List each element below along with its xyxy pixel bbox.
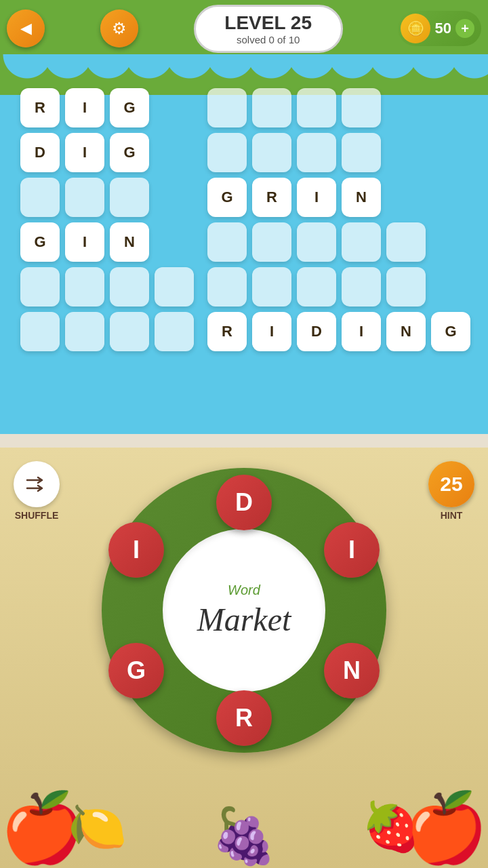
tile-ri1: I — [297, 178, 336, 217]
left-column: R I G D I G G I — [20, 88, 194, 351]
tile-i2: I — [65, 133, 104, 172]
tile-riding-n: N — [386, 312, 426, 351]
tile-re2 — [252, 88, 291, 127]
word-row-empty4b — [20, 312, 194, 351]
tile-riding-g: G — [431, 312, 470, 351]
word-row-empty4a — [20, 267, 194, 307]
word-row-riding: R I D I N G — [207, 312, 470, 351]
fruit-plum: 🍇 — [210, 804, 278, 868]
tile-re1 — [207, 88, 247, 127]
wheel-letter-g[interactable]: G — [108, 643, 164, 698]
tile-riding-i2: I — [342, 312, 381, 351]
tile-e6 — [110, 267, 149, 307]
wheel-word-large: Market — [197, 601, 291, 638]
tile-rn1: N — [342, 178, 381, 217]
fruit-strawberry: 🍓 — [361, 799, 420, 854]
word-row-empty5b — [207, 267, 470, 307]
wheel-letter-n[interactable]: N — [324, 643, 380, 698]
wheel-word-small: Word — [228, 583, 260, 598]
tile-e11 — [155, 312, 194, 351]
tile-re4 — [342, 88, 381, 127]
tile-e8 — [20, 312, 60, 351]
level-title: LEVEL 25 — [216, 12, 321, 34]
game-area: LEVEL 25 solved 0 of 10 🪙 50 + R I G D — [0, 0, 488, 434]
hint-button[interactable]: 25 HINT — [428, 461, 474, 521]
tile-re18 — [386, 267, 426, 307]
tile-re17 — [342, 267, 381, 307]
wheel-container: D I N R G I Word Market — [102, 468, 386, 753]
solved-text: solved 0 of 10 — [216, 34, 321, 45]
level-info: LEVEL 25 solved 0 of 10 — [194, 5, 343, 53]
wheel-letter-i-left[interactable]: I — [108, 522, 164, 578]
tile-e9 — [65, 312, 104, 351]
word-row-rig: R I G — [20, 88, 194, 127]
tile-e1 — [20, 178, 60, 217]
tile-e3 — [110, 178, 149, 217]
tile-n1: N — [110, 222, 149, 262]
fruit-lemon: 🍋 — [68, 799, 127, 854]
coins-display: 🪙 50 + — [398, 11, 481, 46]
tile-g3: G — [20, 222, 60, 262]
tile-riding-r: R — [207, 312, 247, 351]
tile-re10 — [252, 222, 291, 262]
coin-icon: 🪙 — [401, 14, 430, 43]
wheel-letter-i-right[interactable]: I — [324, 522, 380, 578]
shuffle-button[interactable]: SHUFFLE — [14, 461, 60, 521]
word-row-empty3 — [20, 178, 194, 217]
back-button[interactable] — [7, 9, 45, 47]
shuffle-label: SHUFFLE — [15, 510, 59, 521]
word-row-grin: G R I N — [207, 178, 470, 217]
tile-re16 — [297, 267, 336, 307]
bottom-area: SHUFFLE 25 HINT D I N R G I Word Market — [0, 448, 488, 868]
word-row-gin: G I N — [20, 222, 194, 262]
tile-re8 — [342, 133, 381, 172]
hint-count: 25 — [428, 461, 474, 507]
tile-i3: I — [65, 222, 104, 262]
tile-e2 — [65, 178, 104, 217]
tile-g2: G — [110, 133, 149, 172]
tile-re9 — [207, 222, 247, 262]
tile-re12 — [342, 222, 381, 262]
tile-re11 — [297, 222, 336, 262]
divider — [0, 434, 488, 448]
tile-riding-i: I — [252, 312, 291, 351]
tile-re5 — [207, 133, 247, 172]
word-row-empty4d — [207, 133, 470, 172]
right-column: G R I N — [207, 88, 470, 351]
word-row-dig: D I G — [20, 133, 194, 172]
wheel-inner: Word Market — [163, 529, 325, 692]
tile-e5 — [65, 267, 104, 307]
tile-re14 — [207, 267, 247, 307]
word-row-empty4c — [207, 88, 470, 127]
settings-button[interactable] — [100, 9, 138, 47]
add-coins-button[interactable]: + — [455, 19, 474, 38]
word-row-empty5a — [207, 222, 470, 262]
tile-re15 — [252, 267, 291, 307]
tile-d1: D — [20, 133, 60, 172]
word-grid: R I G D I G G I — [0, 81, 488, 358]
tile-re6 — [252, 133, 291, 172]
tile-e7 — [155, 267, 194, 307]
tile-re7 — [297, 133, 336, 172]
tile-re3 — [297, 88, 336, 127]
tile-g1: G — [110, 88, 149, 127]
tile-i1: I — [65, 88, 104, 127]
tile-re13 — [386, 222, 426, 262]
tile-e10 — [110, 312, 149, 351]
wheel-outer: D I N R G I Word Market — [102, 468, 386, 753]
tile-rg1: G — [207, 178, 247, 217]
wheel-letter-r[interactable]: R — [216, 690, 272, 746]
shuffle-icon — [14, 461, 60, 507]
tile-r1: R — [20, 88, 60, 127]
grid-container: R I G D I G G I — [20, 88, 468, 351]
coin-count: 50 — [434, 20, 451, 37]
tile-rr1: R — [252, 178, 291, 217]
tile-riding-d: D — [297, 312, 336, 351]
header: LEVEL 25 solved 0 of 10 🪙 50 + — [0, 0, 488, 57]
wheel-letter-d[interactable]: D — [216, 475, 272, 530]
hint-label: HINT — [441, 510, 463, 521]
tile-e4 — [20, 267, 60, 307]
